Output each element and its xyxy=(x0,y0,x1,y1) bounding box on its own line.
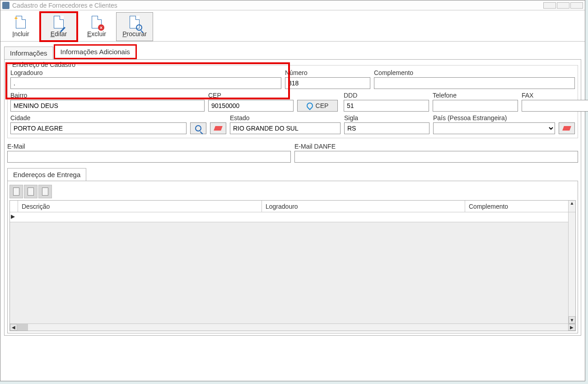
incluir-label: ncluir xyxy=(14,30,29,37)
scroll-thumb[interactable] xyxy=(17,324,28,331)
ddd-label: DDD xyxy=(344,92,429,99)
entrega-toolbar xyxy=(9,183,576,200)
entrega-add-button[interactable] xyxy=(9,185,23,198)
complemento-label: Complemento xyxy=(374,69,575,76)
document-edit-icon xyxy=(28,187,34,196)
numero-input[interactable] xyxy=(285,77,370,89)
close-button[interactable] xyxy=(570,2,583,9)
fax-label: FAX xyxy=(522,92,588,99)
document-icon xyxy=(13,187,19,196)
scroll-right-button[interactable]: ▶ xyxy=(568,324,575,331)
ddd-input[interactable] xyxy=(344,100,429,112)
logradouro-input[interactable] xyxy=(10,77,281,89)
entrega-delete-button[interactable] xyxy=(38,185,52,198)
email-label: E-Mail xyxy=(7,143,291,150)
pais-clear-button[interactable] xyxy=(559,122,575,134)
bairro-input[interactable] xyxy=(10,100,205,112)
group-endereco-cadastro: Endereço de Cadastro Logradouro Número C… xyxy=(7,65,578,138)
sigla-input xyxy=(344,122,429,134)
col-descricao[interactable]: Descrição xyxy=(18,201,262,212)
email-input[interactable] xyxy=(7,151,291,163)
grid-header: Descrição Logradouro Complemento ▲ xyxy=(10,201,575,212)
vertical-scrollbar[interactable]: ▼ xyxy=(568,212,575,323)
cep-button-label: CEP xyxy=(316,102,329,109)
telefone-label: Telefone xyxy=(433,92,518,99)
scroll-up-button[interactable]: ▲ xyxy=(568,201,575,212)
tab-informacoes-adicionais[interactable]: Informações Adicionais xyxy=(54,44,137,59)
grid-empty-row[interactable] xyxy=(10,212,568,222)
estado-input xyxy=(230,122,341,134)
entrega-grid: Descrição Logradouro Complemento ▲ ▶ ▼ ◀ xyxy=(9,200,576,331)
tabs: Informações Informações Adicionais xyxy=(0,42,585,59)
cep-input[interactable] xyxy=(208,100,294,112)
document-search-icon xyxy=(128,16,141,29)
sigla-label: Sigla xyxy=(344,114,429,122)
tab-informacoes[interactable]: Informações xyxy=(4,47,53,59)
document-delete-icon: × xyxy=(90,16,103,29)
document-new-icon: ✦ xyxy=(14,16,27,29)
maximize-button[interactable] xyxy=(557,2,569,9)
bairro-label: Bairro xyxy=(10,92,205,99)
cidade-input[interactable] xyxy=(10,122,187,134)
entrega-edit-button[interactable] xyxy=(24,185,37,198)
tab-enderecos-entrega[interactable]: Endereços de Entrega xyxy=(7,168,86,181)
cidade-search-button[interactable] xyxy=(190,122,206,134)
map-pin-icon xyxy=(305,101,314,110)
cep-lookup-button[interactable]: CEP xyxy=(297,100,338,112)
excluir-button[interactable]: × Excluir xyxy=(78,12,115,41)
row-pointer-icon: ▶ xyxy=(11,213,15,220)
horizontal-scrollbar[interactable]: ◀ ▶ xyxy=(10,323,575,331)
scroll-down-button[interactable]: ▼ xyxy=(569,316,575,323)
logradouro-label: Logradouro xyxy=(10,69,281,76)
app-window: Cadastro de Fornecedores e Clientes ✦ In… xyxy=(0,0,585,381)
incluir-button[interactable]: ✦ Incluir xyxy=(2,12,39,41)
document-delete-icon xyxy=(42,187,48,196)
app-icon xyxy=(2,2,9,9)
cidade-label: Cidade xyxy=(10,114,187,122)
scroll-left-button[interactable]: ◀ xyxy=(10,324,17,331)
document-edit-icon xyxy=(52,16,65,29)
complemento-input[interactable] xyxy=(374,77,575,89)
minimize-button[interactable] xyxy=(543,2,556,9)
main-toolbar: ✦ Incluir Editar × Excluir Procurar xyxy=(0,10,585,42)
editar-button[interactable]: Editar xyxy=(40,12,77,41)
grid-row-selector-header xyxy=(10,201,18,212)
fax-input[interactable] xyxy=(522,100,588,112)
tab-panel-adicionais: Endereço de Cadastro Logradouro Número C… xyxy=(4,59,581,336)
pais-select[interactable] xyxy=(433,122,555,134)
titlebar: Cadastro de Fornecedores e Clientes xyxy=(0,0,585,10)
excluir-label: xcluir xyxy=(91,30,106,37)
procurar-button[interactable]: Procurar xyxy=(116,12,153,41)
window-controls xyxy=(543,2,583,9)
numero-label: Número xyxy=(285,69,370,76)
window-title: Cadastro de Fornecedores e Clientes xyxy=(12,2,117,9)
cep-label: CEP xyxy=(208,92,294,99)
telefone-input[interactable] xyxy=(433,100,518,112)
col-logradouro[interactable]: Logradouro xyxy=(262,201,465,212)
email-danfe-input[interactable] xyxy=(294,151,578,163)
col-complemento[interactable]: Complemento xyxy=(465,201,568,212)
group-legend: Endereço de Cadastro xyxy=(10,61,77,68)
eraser-icon xyxy=(562,126,571,131)
cidade-clear-button[interactable] xyxy=(210,122,226,134)
procurar-label: rocurar xyxy=(126,30,146,37)
email-danfe-label: E-Mail DANFE xyxy=(294,143,578,150)
search-icon xyxy=(195,125,201,131)
pais-label: País (Pessoa Estrangeira) xyxy=(433,114,555,122)
eraser-icon xyxy=(214,126,223,131)
grid-body[interactable]: ▶ ▼ xyxy=(10,212,575,323)
estado-label: Estado xyxy=(230,114,341,122)
